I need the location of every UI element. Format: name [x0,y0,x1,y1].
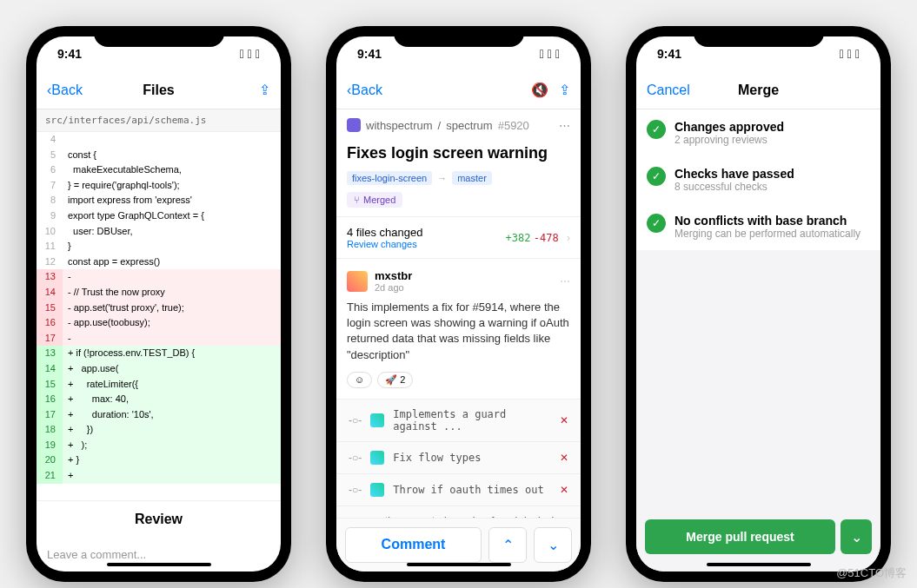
code-line[interactable]: 19+ ); [37,438,281,453]
file-path: src/interfaces/api/schema.js [37,109,281,132]
avatar[interactable] [347,271,368,292]
mute-icon[interactable]: 🔇 [531,82,548,98]
author[interactable]: mxstbr [375,269,412,282]
commit-icon: -○- [349,452,362,464]
add-reaction[interactable]: ☺ [347,372,372,388]
check-subtitle: 2 approving reviews [674,134,784,146]
code-line[interactable]: 13+ if (!process.env.TEST_DB) { [37,346,281,361]
line-number: 4 [37,132,63,148]
timestamp: 2d ago [375,282,412,293]
code-line[interactable]: 17- [37,331,281,347]
status-time: 9:41 [57,47,82,61]
merge-pr-button[interactable]: Merge pull request [645,519,835,554]
rocket-reaction[interactable]: 🚀 2 [377,372,413,388]
merged-label: Merged [363,195,395,205]
review-changes-link[interactable]: Review changes [347,239,422,249]
branch-from[interactable]: fixes-login-screen [347,171,432,185]
back-button[interactable]: ‹ Back [347,83,382,98]
code-line[interactable]: 8import express from 'express' [37,193,281,208]
wifi-icon: 􀙈 [248,47,252,61]
notch [94,26,224,47]
code-line[interactable]: 18+ }) [37,422,281,438]
code-line[interactable]: 14- // Trust the now proxy [37,285,281,301]
status-time: 9:41 [357,47,382,61]
wifi-icon: 􀙈 [847,47,852,61]
code-line[interactable]: 4 [37,132,281,148]
commit-message: Throw if oauth times out [393,484,551,496]
merge-options-button[interactable]: ⌄ [841,519,872,554]
signal-icon: 􀙇 [840,47,844,61]
cancel-button[interactable]: Cancel [647,83,690,98]
share-icon[interactable]: ⇪ [259,82,270,98]
line-content: } = require('graphql-tools'); [63,178,281,194]
code-line[interactable]: 16- app.use(toobusy); [37,315,281,331]
code-line[interactable]: 21+ [37,468,281,484]
code-line[interactable]: 10 user: DBUser, [37,224,281,240]
merge-button-row: Merge pull request ⌄ [645,519,872,554]
code-line[interactable]: 15+ rateLimiter({ [37,377,281,393]
navbar: ‹ Back Files ⇪ [37,71,281,109]
more-icon[interactable]: ⋯ [559,119,570,132]
signal-icon: 􀙇 [540,47,544,61]
commit-avatar [370,413,384,427]
home-indicator[interactable] [407,563,511,566]
code-line[interactable]: 16+ max: 40, [37,392,281,407]
code-line[interactable]: 13- [37,269,281,285]
code-line[interactable]: 14+ app.use( [37,361,281,377]
commit-item[interactable]: -○-Throw if oauth times out✕ [336,473,581,505]
line-number: 20 [37,453,63,468]
line-number: 16 [37,392,63,407]
status-time: 9:41 [657,47,681,61]
back-label: Back [351,83,382,98]
files-changed-label: 4 files changed [347,226,422,239]
prev-button[interactable]: ⌃ [488,527,527,563]
status-icons: 􀙇 􀙈 􀛨 [840,47,860,61]
merge-check-item[interactable]: ✓Checks have passed8 successful checks [636,156,880,203]
code-line[interactable]: 20+ } [37,453,281,468]
branch-info: fixes-login-screen → master [336,171,581,192]
reaction-count: 2 [400,374,405,385]
code-line[interactable]: 6 makeExecutableSchema, [37,162,281,178]
merge-checks-list: ✓Changes approved2 approving reviews✓Che… [636,109,880,250]
pr-number: #5920 [498,119,529,132]
back-button[interactable]: ‹ Back [47,83,83,98]
line-content: - app.use(toobusy); [63,315,281,331]
code-diff[interactable]: 45const {6 makeExecutableSchema,7} = req… [37,132,281,500]
line-number: 13 [37,346,63,361]
comment-button[interactable]: Comment [345,527,482,563]
pr-title: Fixes login screen warning [336,141,581,171]
line-content: - app.set('trust proxy', true); [63,301,281,316]
home-indicator[interactable] [707,563,811,566]
watermark: @51CTO博客 [836,565,907,581]
home-indicator[interactable] [107,563,211,566]
deletions: -478 [534,232,559,244]
more-icon[interactable]: ⋯ [560,275,570,287]
share-icon[interactable]: ⇪ [559,82,570,98]
code-line[interactable]: 11} [37,239,281,254]
commit-avatar [370,451,384,465]
commit-item[interactable]: -○-Implements a guard against ...✕ [336,399,581,441]
line-content: + ); [63,438,281,453]
commit-icon: -○- [349,484,362,496]
code-line[interactable]: 17+ duration: '10s', [37,407,281,423]
code-line[interactable]: 9export type GraphQLContext = { [37,208,281,224]
files-changed-row[interactable]: 4 files changed Review changes +382 -478… [336,216,581,259]
line-number: 17 [37,331,63,347]
reactions: ☺ 🚀 2 [347,372,570,388]
merge-check-item[interactable]: ✓No conflicts with base branchMerging ca… [636,203,880,250]
commit-item[interactable]: -○-Fix flow types✕ [336,441,581,473]
branch-to[interactable]: master [452,171,492,185]
merge-check-item[interactable]: ✓Changes approved2 approving reviews [636,109,880,156]
commit-message: Fix flow types [393,452,551,464]
code-line[interactable]: 5const { [37,148,281,163]
code-line[interactable]: 7} = require('graphql-tools'); [37,178,281,194]
code-line[interactable]: 12const app = express() [37,254,281,270]
comment-input[interactable]: Leave a comment... [37,538,281,571]
review-button[interactable]: Review [37,500,281,538]
next-button[interactable]: ⌄ [534,527,572,563]
screen: 9:41 􀙇 􀙈 􀛨 ‹ Back Files ⇪ src/interfaces… [37,36,281,571]
line-number: 7 [37,178,63,194]
repo-breadcrumb[interactable]: withspectrum / spectrum #5920 ⋯ [336,109,581,141]
code-line[interactable]: 15- app.set('trust proxy', true); [37,301,281,316]
pr-content[interactable]: withspectrum / spectrum #5920 ⋯ Fixes lo… [336,109,581,518]
